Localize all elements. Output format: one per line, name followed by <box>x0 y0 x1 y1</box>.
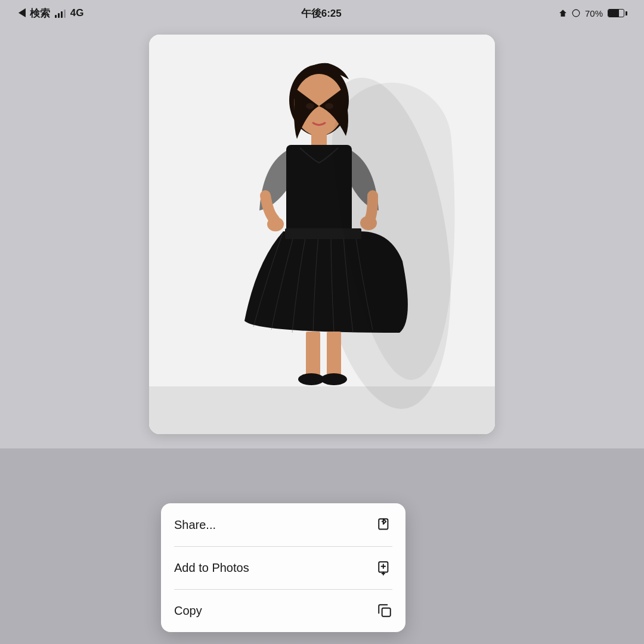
context-menu: Share... Add to Photos Copy <box>161 503 405 632</box>
svg-rect-11 <box>327 332 341 376</box>
svg-point-0 <box>572 10 580 17</box>
svg-point-7 <box>267 217 284 231</box>
copy-icon <box>377 603 392 618</box>
location-icon <box>559 9 567 17</box>
clock: 午後6:25 <box>301 7 342 20</box>
product-image-card <box>149 35 495 434</box>
network-type: 4G <box>70 7 84 19</box>
copy-label: Copy <box>174 604 202 618</box>
status-left: ◀ 検索 4G <box>17 7 83 20</box>
svg-rect-19 <box>382 608 391 617</box>
share-label: Share... <box>174 518 216 532</box>
content-area: Share... Add to Photos Copy <box>0 26 644 644</box>
share-icon <box>377 517 392 532</box>
add-photos-icon <box>377 560 392 575</box>
battery-percent: 70% <box>585 8 603 18</box>
status-right: 70% <box>559 8 627 18</box>
back-button[interactable]: ◀ 検索 <box>17 7 50 20</box>
signal-bars <box>55 8 66 18</box>
add-to-photos-label: Add to Photos <box>174 561 249 575</box>
status-bar: ◀ 検索 4G 午後6:25 70% <box>0 0 644 26</box>
svg-point-13 <box>321 373 347 385</box>
fashion-image <box>149 35 495 434</box>
svg-rect-2 <box>149 386 495 434</box>
svg-rect-10 <box>306 332 320 376</box>
svg-point-12 <box>298 373 324 385</box>
battery-indicator <box>608 9 627 17</box>
copy-menu-item[interactable]: Copy <box>161 589 405 632</box>
circle-icon <box>572 9 580 17</box>
svg-point-15 <box>306 103 314 109</box>
share-menu-item[interactable]: Share... <box>161 503 405 546</box>
add-to-photos-menu-item[interactable]: Add to Photos <box>161 546 405 589</box>
svg-point-16 <box>325 103 333 109</box>
